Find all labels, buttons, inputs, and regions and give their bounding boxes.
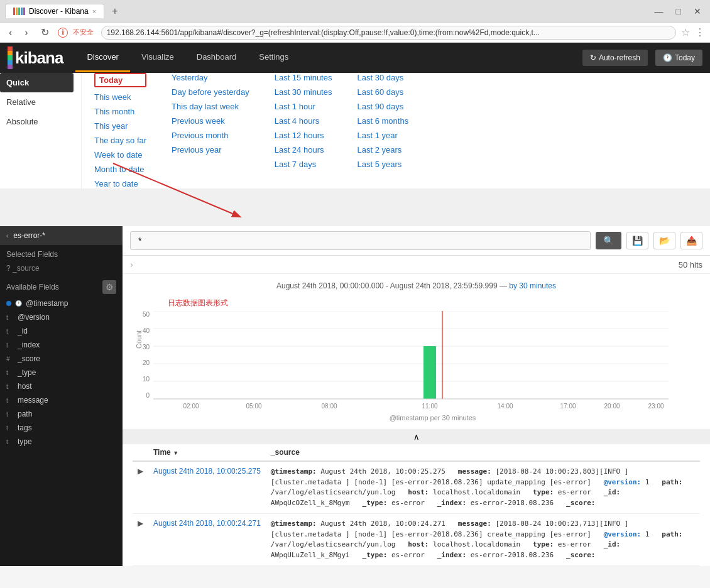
y-label-30: 30 [143,344,150,351]
url-bar[interactable]: 192.168.26.144:5601/app/kibana#/discover… [101,26,676,40]
new-tab-btn[interactable]: + [107,6,123,17]
auto-refresh-btn[interactable]: ↻ Auto-refresh [582,50,648,66]
by-minutes-link[interactable]: by 30 minutes [509,281,556,290]
save-search-btn[interactable]: 💾 [626,232,648,249]
field-host[interactable]: t host [0,379,123,393]
link-last-4h[interactable]: Last 4 hours [275,116,332,126]
link-day-so-far[interactable]: The day so far [94,136,146,145]
security-label: 不安全 [73,28,94,37]
field-index[interactable]: t _index [0,338,123,352]
window-maximize[interactable]: □ [672,6,685,16]
window-close[interactable]: ✕ [690,6,705,16]
source-col-header: _source [266,444,700,461]
chart-area: August 24th 2018, 00:00:00.000 - August … [123,274,710,430]
sidebar-absolute[interactable]: Absolute [0,112,74,131]
available-fields-label: Available Fields [6,283,59,291]
link-last-30d[interactable]: Last 30 days [357,73,408,82]
link-today[interactable]: Today [94,73,146,87]
share-search-btn[interactable]: 📤 [680,232,702,249]
field-score[interactable]: # _score [0,352,123,366]
today-btn[interactable]: 🕐 Today [655,50,702,66]
y-label-20: 20 [143,359,150,366]
expand-btn-1[interactable]: ▶ [138,467,143,476]
sidebar-collapse-icon[interactable]: ‹ [6,232,8,239]
browser-chrome: Discover - Kibana × + — □ ✕ [0,0,710,23]
field-message[interactable]: t message [0,393,123,407]
nav-dashboard[interactable]: Dashboard [185,43,248,72]
extensions-icon[interactable]: ⋮ [695,26,705,38]
link-last-1y[interactable]: Last 1 year [357,131,408,140]
svg-text:14:00: 14:00 [498,403,513,410]
field-name-tags: tags [18,423,32,432]
time-col-label: Time [153,448,171,457]
field-type-last[interactable]: t type [0,435,123,449]
link-last-90d[interactable]: Last 90 days [357,102,408,111]
link-last-60d[interactable]: Last 60 days [357,87,408,97]
nav-settings[interactable]: Settings [248,43,300,72]
tab-close-btn[interactable]: × [92,8,96,15]
link-last-12h[interactable]: Last 12 hours [275,131,332,140]
search-input[interactable] [130,231,591,250]
field-version[interactable]: t @version [0,310,123,324]
results-header: › 50 hits [123,256,710,274]
back-btn[interactable]: ‹ [5,26,16,40]
source-cell-1: @timestamp: August 24th 2018, 10:00:25.2… [266,461,700,514]
field-tags[interactable]: t tags [0,421,123,435]
link-last-24h[interactable]: Last 24 hours [275,145,332,155]
link-last-5y[interactable]: Last 5 years [357,160,408,169]
svg-text:11:00: 11:00 [422,403,438,410]
collapse-chart-btn[interactable]: ∧ [123,430,710,444]
y-label-10: 10 [143,376,150,383]
link-this-week[interactable]: This week [94,92,146,102]
link-this-day-last-week[interactable]: This day last week [172,102,249,111]
bookmark-icon[interactable]: ☆ [681,26,690,38]
kibana-logo: kibana [8,46,63,69]
field-name-timestamp: @timestamp [26,299,68,308]
nav-visualize[interactable]: Visualize [130,43,185,72]
link-last-2y[interactable]: Last 2 years [357,145,408,155]
field-path[interactable]: t path [0,407,123,421]
load-search-btn[interactable]: 📂 [653,232,675,249]
field-name-path: path [18,410,32,418]
link-previous-week[interactable]: Previous week [172,116,249,126]
link-last-15m[interactable]: Last 15 minutes [275,73,332,82]
forward-btn[interactable]: › [21,26,31,40]
field-name-host: host [18,382,32,391]
field-id[interactable]: t _id [0,324,123,338]
field-type-t3: t [6,342,14,349]
gear-btn[interactable]: ⚙ [102,280,116,294]
link-day-before-yesterday[interactable]: Day before yesterday [172,87,249,97]
link-previous-month[interactable]: Previous month [172,131,249,140]
link-this-year[interactable]: This year [94,121,146,131]
field-name-score: _score [18,354,40,363]
source-field[interactable]: ? _source [0,261,123,275]
time-cell-1: August 24th 2018, 10:00:25.275 [148,461,266,514]
index-pattern-label: es-error-* [13,231,45,240]
sidebar-quick[interactable]: Quick [0,73,74,92]
link-this-month[interactable]: This month [94,107,146,116]
field-type-row[interactable]: t _type [0,366,123,379]
table-row: ▶ August 24th 2018, 10:00:25.275 @timest… [133,461,700,514]
window-minimize[interactable]: — [651,6,667,16]
results-table: Time ▼ _source ▶ August 24th 2018, 10:00… [123,444,710,566]
chart-date-range: August 24th 2018, 00:00:00.000 - August … [276,281,498,290]
search-submit-btn[interactable]: 🔍 [596,232,621,249]
link-last-7d[interactable]: Last 7 days [275,160,332,169]
active-tab[interactable]: Discover - Kibana × [5,4,104,18]
link-last-6mo[interactable]: Last 6 months [357,116,408,126]
svg-text:23:00: 23:00 [648,403,664,410]
nav-discover[interactable]: Discover [75,43,130,72]
nav-bar: ‹ › ↻ ℹ 不安全 192.168.26.144:5601/app/kiba… [0,23,710,43]
field-timestamp[interactable]: 🕐 @timestamp [0,297,123,310]
link-last-30m[interactable]: Last 30 minutes [275,87,332,97]
link-last-1h[interactable]: Last 1 hour [275,102,332,111]
time-col-header[interactable]: Time ▼ [148,444,266,461]
collapse-sidebar-btn[interactable]: › [130,259,133,270]
available-fields-header: Available Fields ⚙ [0,275,123,297]
expand-cell-2: ▶ [133,514,148,566]
sidebar-relative[interactable]: Relative [0,92,74,112]
expand-btn-2[interactable]: ▶ [138,519,143,528]
refresh-btn[interactable]: ↻ [37,25,53,40]
link-yesterday[interactable]: Yesterday [172,73,249,82]
main-panel: 🔍 💾 📂 📤 › 50 hits August 24th 2018, 00:0… [123,226,710,566]
